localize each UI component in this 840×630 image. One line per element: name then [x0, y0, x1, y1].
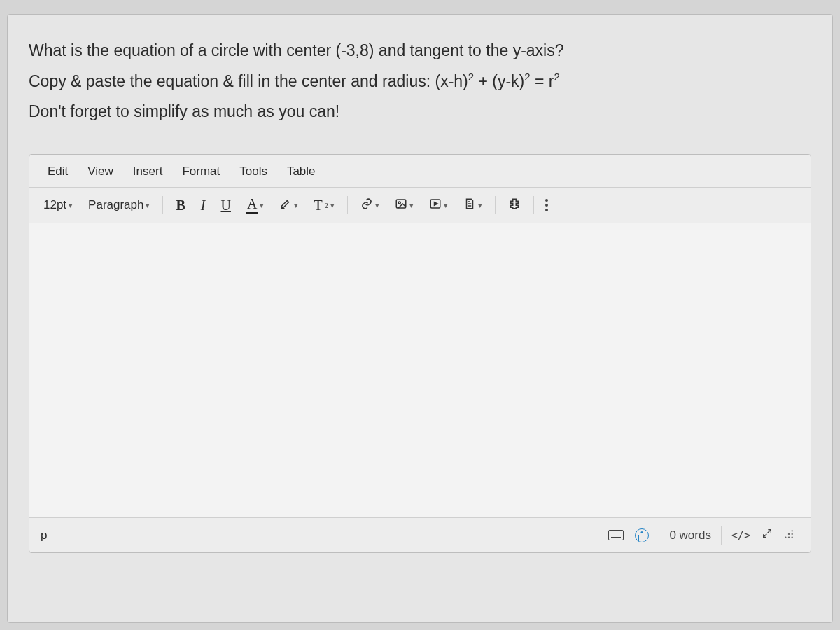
- menu-tools[interactable]: Tools: [231, 162, 276, 181]
- accessibility-icon: [635, 528, 649, 542]
- menu-view[interactable]: View: [79, 162, 122, 181]
- chevron-down-icon: ▾: [375, 201, 379, 210]
- expand-icon: [762, 528, 773, 542]
- svg-point-6: [792, 533, 793, 534]
- toolbar-divider: [347, 196, 348, 214]
- svg-rect-0: [396, 200, 406, 208]
- chevron-down-icon: ▾: [410, 201, 414, 210]
- menu-edit[interactable]: Edit: [39, 162, 76, 181]
- fullscreen-button[interactable]: [756, 525, 778, 545]
- keyboard-icon: [608, 530, 624, 540]
- svg-point-8: [788, 536, 790, 538]
- editor-statusbar: p 0 words </>: [29, 517, 811, 552]
- statusbar-divider: [659, 526, 659, 545]
- question-prompt: What is the equation of a circle with ce…: [29, 36, 811, 127]
- superscript-button[interactable]: T2 ▾: [307, 193, 341, 218]
- svg-point-4: [792, 530, 793, 531]
- text-color-button[interactable]: A ▾: [239, 192, 271, 218]
- document-icon: [463, 197, 476, 214]
- resize-grip-icon: [784, 528, 794, 542]
- highlight-color-button[interactable]: ▾: [272, 193, 305, 218]
- insert-app-button[interactable]: [501, 193, 528, 218]
- more-tools-button[interactable]: [540, 196, 554, 214]
- insert-media-button[interactable]: ▾: [422, 193, 455, 218]
- bold-button[interactable]: B: [169, 193, 192, 218]
- dot-icon: [545, 204, 548, 206]
- image-icon: [395, 197, 407, 214]
- block-format-select[interactable]: Paragraph▾: [81, 194, 157, 216]
- accessibility-checker-button[interactable]: [629, 526, 654, 545]
- dot-icon: [545, 199, 548, 202]
- word-count[interactable]: 0 words: [664, 526, 717, 545]
- chevron-down-icon: ▾: [146, 201, 150, 210]
- prompt-line-3: Don't forget to simplify as much as you …: [29, 97, 811, 127]
- menu-format[interactable]: Format: [174, 162, 228, 181]
- link-icon: [360, 197, 373, 214]
- editor-toolbar: 12pt▾ Paragraph▾ B I U A ▾ ▾: [29, 188, 811, 223]
- svg-point-5: [788, 533, 790, 534]
- toolbar-divider: [533, 196, 534, 214]
- menu-table[interactable]: Table: [279, 162, 324, 181]
- keyboard-shortcuts-button[interactable]: [603, 527, 629, 543]
- underline-button[interactable]: U: [214, 193, 238, 218]
- resize-handle[interactable]: [778, 526, 799, 545]
- editor-menubar: Edit View Insert Format Tools Table: [29, 155, 811, 188]
- chevron-down-icon: ▾: [478, 201, 482, 210]
- chevron-down-icon: ▾: [69, 201, 73, 210]
- statusbar-divider: [721, 526, 722, 545]
- italic-button[interactable]: I: [194, 193, 213, 218]
- font-size-select[interactable]: 12pt▾: [36, 194, 80, 216]
- chevron-down-icon: ▾: [294, 201, 298, 210]
- toolbar-divider: [162, 196, 163, 214]
- editor-content-area[interactable]: [29, 223, 811, 517]
- media-icon: [429, 197, 442, 214]
- insert-link-button[interactable]: ▾: [354, 193, 386, 218]
- toolbar-divider: [495, 196, 496, 214]
- svg-point-9: [792, 536, 793, 538]
- svg-point-1: [398, 202, 400, 204]
- html-view-button[interactable]: </>: [726, 526, 756, 545]
- svg-point-7: [785, 536, 786, 538]
- dot-icon: [545, 209, 548, 211]
- insert-image-button[interactable]: ▾: [388, 193, 421, 218]
- plugin-icon: [508, 197, 521, 214]
- chevron-down-icon: ▾: [330, 201, 335, 210]
- prompt-line-2: Copy & paste the equation & fill in the …: [29, 66, 811, 97]
- insert-document-button[interactable]: ▾: [456, 193, 489, 218]
- menu-insert[interactable]: Insert: [125, 162, 172, 181]
- highlighter-icon: [279, 197, 292, 214]
- rich-text-editor: Edit View Insert Format Tools Table 12pt…: [29, 154, 811, 553]
- svg-marker-3: [434, 202, 438, 205]
- question-panel: What is the equation of a circle with ce…: [7, 14, 833, 623]
- chevron-down-icon: ▾: [444, 201, 448, 210]
- chevron-down-icon: ▾: [260, 201, 264, 210]
- prompt-line-1: What is the equation of a circle with ce…: [29, 36, 811, 66]
- element-path[interactable]: p: [41, 528, 47, 542]
